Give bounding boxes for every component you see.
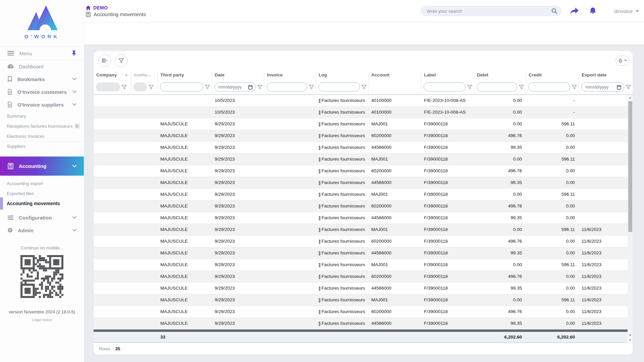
caret-down-icon (624, 60, 627, 62)
table-row[interactable]: MAJUSCULE9/29/2023[]Factures fournisseur… (94, 271, 633, 283)
column-header-company[interactable]: Company▶ (94, 70, 131, 79)
sidebar-item-receptions[interactable]: Réceptions factures fournisseurs 0 (0, 121, 84, 131)
table-row[interactable]: MAJUSCULE9/29/2023[]Factures fournisseur… (94, 142, 633, 154)
table-row[interactable]: MAJUSCULE9/29/2023[]Factures fournisseur… (94, 165, 633, 177)
column-header-invoice[interactable]: Invoice (264, 70, 316, 79)
filter-funnel-icon[interactable] (149, 85, 154, 89)
user-menu[interactable]: dinvoice (614, 8, 639, 14)
cell-invoice (264, 189, 316, 200)
funnel-icon (118, 58, 124, 63)
cell-export_date: 11/6/2023 (579, 294, 633, 306)
search-input[interactable] (427, 9, 551, 14)
filter-funnel-icon[interactable] (467, 85, 472, 89)
scrollbar-thumb[interactable] (628, 101, 632, 232)
cell-log: []Factures fournisseurs (316, 271, 369, 282)
scroll-down-icon[interactable]: ▼ (628, 337, 633, 343)
column-resize-icon[interactable]: ▶ (125, 73, 128, 77)
table-row[interactable]: MAJUSCULE9/29/2023[]Factures fournisseur… (94, 294, 633, 306)
filter-input-label[interactable] (424, 82, 466, 92)
breadcrumb-root[interactable]: DEMO (93, 5, 108, 10)
legal-notice-link[interactable]: Legal notice (0, 318, 84, 322)
sidebar-item-suppliers[interactable]: Suppliers (0, 141, 84, 151)
filter-funnel-icon[interactable] (362, 85, 367, 89)
vertical-scrollbar[interactable]: ▲ ▲ ▼ (628, 95, 633, 343)
cell-invoice (264, 259, 316, 270)
table-row[interactable]: MAJUSCULE9/29/2023[]Factures fournisseur… (94, 130, 633, 142)
table-row[interactable]: MAJUSCULE9/29/2023[]Factures fournisseur… (94, 318, 633, 329)
filter-input-debit[interactable] (477, 82, 517, 92)
table-settings-button[interactable]: ⚙ (615, 56, 630, 66)
filter-button[interactable] (115, 54, 127, 67)
filter-funnel-icon[interactable] (572, 85, 577, 89)
filter-date-input-date[interactable]: mm/dd/yyyy (214, 82, 256, 92)
horizontal-scrollbar[interactable] (94, 329, 628, 332)
sidebar-item-configuration[interactable]: Configuration (0, 211, 84, 224)
search-icon[interactable] (551, 8, 557, 14)
sidebar-subitem-label: Summary (7, 114, 26, 119)
table-row[interactable]: MAJUSCULE9/29/2023[]Factures fournisseur… (94, 118, 633, 130)
column-header-log[interactable]: Log (316, 70, 369, 79)
table-row[interactable]: MAJUSCULE9/29/2023[]Factures fournisseur… (94, 306, 633, 318)
sidebar-item-invoice-customers[interactable]: O'Invoice customers (0, 85, 84, 98)
table-row[interactable]: MAJUSCULE9/29/2023[]Factures fournisseur… (94, 177, 633, 189)
sidebar-item-electronic-invoices[interactable]: Electronic Invoices (0, 131, 84, 141)
column-header-debit[interactable]: Debit (474, 70, 526, 79)
scroll-up-icon[interactable]: ▲ (628, 332, 633, 337)
filter-funnel-icon[interactable] (519, 85, 524, 89)
pin-icon[interactable] (71, 50, 76, 56)
sidebar-item-exported-files[interactable]: Exported files (0, 188, 84, 198)
sidebar-item-invoice-suppliers[interactable]: O'Invoice suppliers (0, 98, 84, 111)
table-row[interactable]: MAJUSCULE9/29/2023[]Factures fournisseur… (94, 283, 633, 294)
column-header-export_date[interactable]: Export date (579, 70, 633, 79)
sidebar-item-label: Admin (18, 228, 34, 233)
table-row[interactable]: 10/5/2023[]Factures fournisseurs40100000… (94, 107, 633, 118)
sidebar-item-accounting[interactable]: Accounting (0, 157, 84, 176)
table-row[interactable]: MAJUSCULE9/29/2023[]Factures fournisseur… (94, 212, 633, 224)
filter-funnel-icon[interactable] (205, 85, 210, 89)
column-header-institution[interactable]: Institu... (131, 70, 158, 79)
cell-invoice (264, 118, 316, 130)
sidebar-item-accounting-export[interactable]: Accounting export (0, 178, 84, 188)
table-row[interactable]: MAJUSCULE9/29/2023[]Factures fournisseur… (94, 224, 633, 236)
table-row[interactable]: MAJUSCULE9/29/2023[]Factures fournisseur… (94, 247, 633, 259)
table-row[interactable]: MAJUSCULE9/29/2023[]Factures fournisseur… (94, 154, 633, 165)
filter-funnel-icon[interactable] (122, 85, 127, 89)
filter-input-third_party[interactable] (160, 82, 203, 92)
filter-funnel-icon[interactable] (257, 85, 262, 89)
column-header-credit[interactable]: Credit (526, 70, 579, 79)
filter-input-credit[interactable] (528, 82, 570, 92)
cell-date: 9/29/2023 (212, 142, 264, 153)
scroll-up-icon[interactable]: ▲ (628, 95, 633, 100)
table-row[interactable]: MAJUSCULE9/29/2023[]Factures fournisseur… (94, 200, 633, 212)
sidebar-item-summary[interactable]: Summary (0, 111, 84, 121)
cell-debit: 496.76 (474, 271, 526, 282)
notifications-bell-icon[interactable] (589, 7, 597, 15)
scrollbar-track[interactable] (628, 100, 633, 332)
cell-company (94, 200, 131, 212)
sidebar-item-bookmarks[interactable]: Bookmarks (0, 73, 84, 85)
filter-funnel-icon[interactable] (309, 85, 314, 89)
column-header-date[interactable]: Date (212, 70, 264, 79)
columns-button[interactable] (98, 54, 111, 67)
sidebar-item-accounting-movements[interactable]: Accounting movements (0, 198, 84, 208)
share-icon[interactable] (570, 7, 579, 15)
column-header-third_party[interactable]: Third party (158, 70, 212, 79)
cell-date: 9/29/2023 (212, 236, 264, 247)
hamburger-icon[interactable] (7, 51, 14, 56)
table-row[interactable]: MAJUSCULE9/29/2023[]Factures fournisseur… (94, 236, 633, 247)
log-glyph-icon: [] (319, 145, 320, 150)
filter-funnel-icon[interactable] (626, 85, 631, 89)
cell-debit: 99.35 (474, 247, 526, 259)
table-row[interactable]: MAJUSCULE9/29/2023[]Factures fournisseur… (94, 189, 633, 200)
column-header-account[interactable]: Account (369, 70, 421, 79)
log-glyph-icon: [] (319, 157, 320, 162)
filter-input-invoice[interactable] (267, 82, 307, 92)
table-row[interactable]: 10/5/2023[]Factures fournisseurs40100000… (94, 95, 633, 107)
filter-date-input-export_date[interactable]: mm/dd/yyyy (581, 82, 624, 92)
cell-label: F/39000118 (421, 165, 474, 177)
column-header-label[interactable]: Label (421, 70, 474, 79)
table-row[interactable]: MAJUSCULE9/29/2023[]Factures fournisseur… (94, 259, 633, 271)
filter-input-log[interactable] (318, 82, 360, 92)
sidebar-item-dashboard[interactable]: Dashboard (0, 60, 84, 73)
sidebar-item-admin[interactable]: ⚙ Admin (0, 224, 84, 237)
